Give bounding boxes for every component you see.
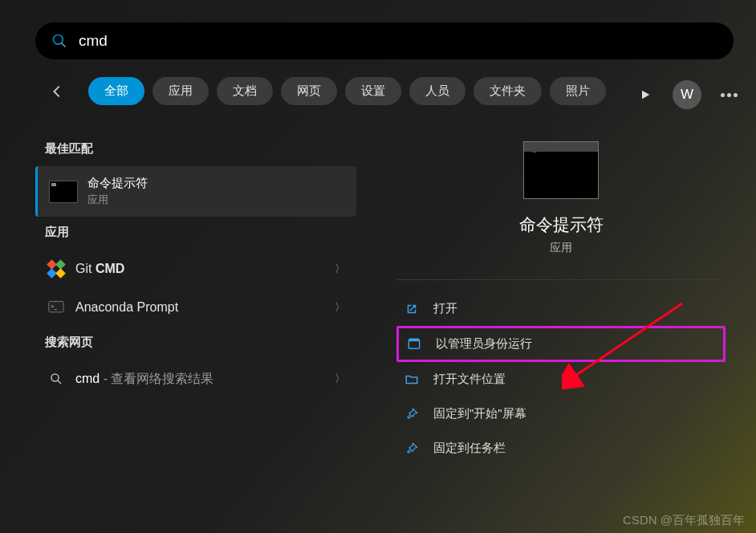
action-open-location[interactable]: 打开文件位置 — [380, 362, 742, 397]
action-label: 打开 — [433, 301, 457, 316]
pin-icon — [404, 407, 419, 421]
chevron-right-icon: 〉 — [335, 300, 345, 315]
svg-line-1 — [62, 43, 66, 47]
tab-documents[interactable]: 文档 — [217, 77, 273, 105]
search-bar[interactable] — [35, 22, 734, 59]
svg-rect-4 — [47, 268, 57, 279]
search-icon — [51, 33, 67, 49]
open-icon — [404, 302, 419, 316]
preview-thumbnail — [523, 141, 599, 199]
tab-settings[interactable]: 设置 — [345, 77, 401, 105]
svg-point-0 — [54, 35, 63, 45]
action-label: 固定到"开始"屏幕 — [433, 406, 526, 421]
web-search-item[interactable]: cmd - 查看网络搜索结果 〉 — [35, 360, 356, 398]
best-match-header: 最佳匹配 — [45, 141, 347, 157]
action-open[interactable]: 打开 — [380, 291, 742, 326]
search-input[interactable] — [79, 32, 717, 50]
chevron-right-icon: 〉 — [335, 372, 345, 386]
action-label: 固定到任务栏 — [433, 441, 506, 456]
best-match-item[interactable]: 命令提示符 应用 — [35, 166, 356, 217]
cmd-icon — [49, 181, 78, 203]
search-icon — [47, 369, 66, 389]
app-item-anaconda-prompt[interactable]: >_ Anaconda Prompt 〉 — [35, 288, 356, 327]
apps-header: 应用 — [45, 225, 347, 240]
app-item-label: Anaconda Prompt — [75, 300, 178, 315]
svg-rect-5 — [55, 268, 66, 279]
tab-people[interactable]: 人员 — [409, 77, 465, 105]
app-item-label: Git CMD — [75, 262, 124, 276]
tab-apps[interactable]: 应用 — [152, 77, 209, 105]
svg-point-8 — [51, 374, 59, 381]
tab-all[interactable]: 全部 — [88, 77, 144, 105]
action-label: 打开文件位置 — [433, 372, 506, 387]
best-match-title: 命令提示符 — [87, 176, 148, 191]
web-search-header: 搜索网页 — [45, 335, 347, 350]
action-label: 以管理员身份运行 — [436, 336, 532, 352]
svg-text:>_: >_ — [51, 303, 57, 310]
watermark: CSDN @百年孤独百年 — [623, 513, 745, 528]
preview-pane: 命令提示符 应用 打开 以管理员身份运行 打开文件位置 固定到" — [380, 133, 742, 466]
git-icon — [47, 259, 66, 279]
back-button[interactable] — [45, 79, 69, 104]
header-right-icons: W — [631, 80, 743, 109]
terminal-icon: >_ — [47, 298, 66, 317]
tab-folders[interactable]: 文件夹 — [474, 77, 542, 105]
action-pin-start[interactable]: 固定到"开始"屏幕 — [380, 397, 742, 431]
tab-photos[interactable]: 照片 — [550, 77, 606, 105]
chevron-right-icon: 〉 — [335, 262, 345, 276]
tab-web[interactable]: 网页 — [281, 77, 337, 105]
svg-line-9 — [58, 380, 61, 384]
best-match-subtitle: 应用 — [87, 193, 148, 207]
web-item-label: cmd - 查看网络搜索结果 — [75, 371, 213, 388]
pin-icon — [404, 441, 419, 456]
filter-tabs: 全部 应用 文档 网页 设置 人员 文件夹 照片 — [45, 77, 606, 105]
app-item-git-cmd[interactable]: Git CMD 〉 — [35, 250, 356, 288]
more-icon[interactable] — [714, 80, 743, 109]
preview-title: 命令提示符 — [519, 214, 604, 236]
action-pin-taskbar[interactable]: 固定到任务栏 — [380, 431, 742, 466]
results-left-column: 最佳匹配 命令提示符 应用 应用 Git CMD 〉 — [35, 133, 356, 398]
divider — [396, 279, 726, 280]
play-icon[interactable] — [631, 80, 660, 109]
preview-subtitle: 应用 — [550, 241, 572, 255]
folder-icon — [404, 372, 419, 387]
svg-rect-3 — [55, 259, 66, 270]
shield-icon — [407, 337, 421, 352]
action-run-as-admin-highlight: 以管理员身份运行 — [396, 326, 726, 362]
svg-rect-2 — [47, 259, 57, 270]
user-avatar[interactable]: W — [673, 80, 701, 109]
svg-rect-11 — [408, 338, 420, 341]
svg-rect-10 — [408, 340, 420, 348]
action-run-as-admin[interactable]: 以管理员身份运行 — [407, 336, 715, 352]
